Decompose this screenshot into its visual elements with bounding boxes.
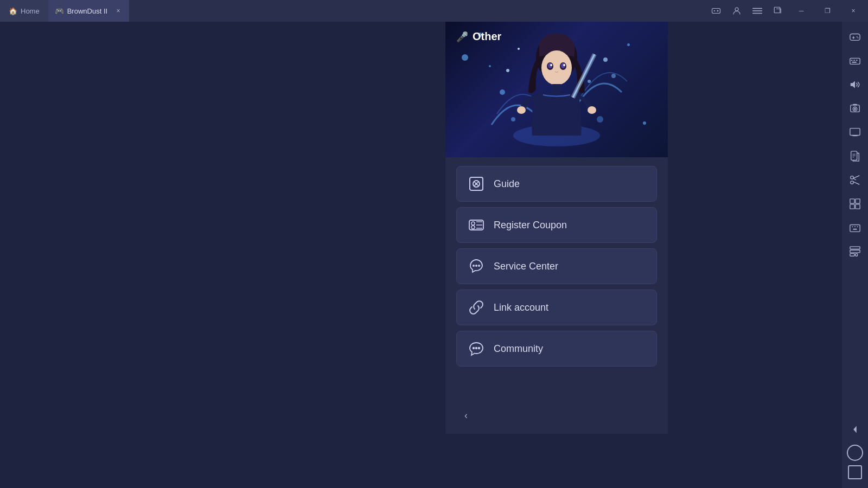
svg-rect-52 [851,60,853,61]
svg-rect-55 [852,62,857,63]
service-center-menu-item[interactable]: Service Center [456,248,657,284]
gamepad-toolbar-icon[interactable] [706,2,726,20]
close-window-button[interactable]: × [841,0,866,22]
svg-point-41 [475,265,477,267]
svg-point-21 [563,64,565,66]
svg-line-71 [853,182,859,184]
tab-bar: 🏠 Home 🎮 BrownDust II × [0,0,129,22]
guide-icon [467,174,486,194]
svg-point-28 [611,74,616,78]
home-tab[interactable]: 🏠 Home [0,0,48,22]
svg-point-29 [597,116,603,123]
svg-rect-83 [850,250,860,253]
back-button-area: ‹ [445,397,668,434]
left-panel [174,22,445,488]
svg-point-11 [603,57,608,62]
keyboard-sidebar-icon[interactable] [844,50,866,72]
svg-point-60 [854,108,856,110]
svg-rect-54 [856,60,858,61]
svg-point-50 [858,37,859,38]
maximize-button[interactable]: ❐ [815,0,840,22]
register-coupon-label: Register Coupon [494,220,567,231]
svg-rect-0 [712,9,720,14]
gamepad-sidebar-icon[interactable] [844,26,866,48]
svg-line-70 [853,176,859,178]
svg-point-27 [500,89,505,95]
game-icon: 🎮 [55,7,64,15]
apk-sidebar-icon[interactable] [844,145,866,167]
more-sidebar-icon[interactable] [844,241,866,262]
svg-rect-85 [856,254,858,256]
home-icon: 🏠 [9,7,17,15]
particle-4 [643,121,646,125]
svg-rect-5 [752,8,762,9]
character-illustration [481,27,633,157]
svg-point-68 [851,176,854,179]
user-toolbar-icon[interactable] [727,2,746,20]
svg-point-12 [518,48,520,50]
svg-point-69 [851,181,854,184]
svg-rect-61 [850,129,860,136]
svg-point-42 [478,265,480,267]
svg-point-20 [550,64,552,66]
svg-rect-73 [850,199,854,203]
svg-point-4 [735,8,738,11]
screenshot-sidebar-icon[interactable] [844,98,866,119]
close-tab-button[interactable]: × [114,7,123,15]
community-label: Community [494,343,543,355]
svg-point-35 [471,222,475,225]
svg-rect-53 [853,60,855,61]
coupon-icon [467,215,486,235]
header-image: 🎤 Other [445,22,668,157]
square-sidebar-icon[interactable] [848,465,862,479]
svg-point-30 [511,117,515,121]
game-tab-label: BrownDust II [67,7,107,15]
svg-rect-81 [853,229,857,230]
svg-rect-7 [752,13,762,14]
game-panel: 🎤 Other Guide [445,22,668,434]
menu-area: Guide Register Coupon [445,157,668,397]
minimize-button[interactable]: ─ [789,0,814,22]
link-account-label: Link account [494,302,548,313]
svg-point-40 [473,265,475,267]
back-button[interactable]: ‹ [456,406,476,425]
svg-rect-84 [850,254,854,256]
resolution-sidebar-icon[interactable] [844,121,866,143]
guide-label: Guide [494,178,520,190]
scissors-sidebar-icon[interactable] [844,169,866,191]
svg-point-15 [541,50,572,85]
layout-sidebar-icon[interactable] [844,193,866,215]
community-icon [467,339,486,358]
link-account-menu-item[interactable]: Link account [456,290,657,325]
particle-3 [462,54,468,61]
volume-sidebar-icon[interactable] [844,74,866,95]
svg-point-49 [857,36,858,37]
svg-line-72 [853,178,856,180]
svg-rect-77 [850,225,860,232]
community-menu-item[interactable]: Community [456,331,657,367]
circle-sidebar-icon[interactable] [847,445,863,461]
window-controls: ─ ❐ × [706,0,868,22]
svg-point-1 [714,10,715,11]
svg-point-10 [506,69,509,72]
svg-point-33 [475,183,477,185]
svg-rect-46 [850,34,860,41]
guide-menu-item[interactable]: Guide [456,166,657,202]
game-tab[interactable]: 🎮 BrownDust II × [48,0,129,22]
svg-rect-58 [853,104,857,106]
svg-rect-82 [850,247,860,249]
main-area: 🎤 Other Guide [0,22,842,488]
menu-toolbar-icon[interactable] [748,2,767,20]
right-sidebar [842,22,868,488]
keyboard2-sidebar-icon[interactable] [844,217,866,239]
back-sidebar-bottom-icon[interactable] [844,419,866,440]
page-title: 🎤 Other [456,30,501,43]
title-bar: 🏠 Home 🎮 BrownDust II × ─ ❐ × [0,0,868,22]
home-tab-label: Home [21,7,40,15]
svg-rect-74 [856,199,860,203]
svg-point-36 [471,226,475,229]
restore-toolbar-icon[interactable] [768,2,788,20]
register-coupon-menu-item[interactable]: Register Coupon [456,207,657,243]
svg-point-43 [473,347,475,349]
panel-title-text: Other [473,30,501,43]
